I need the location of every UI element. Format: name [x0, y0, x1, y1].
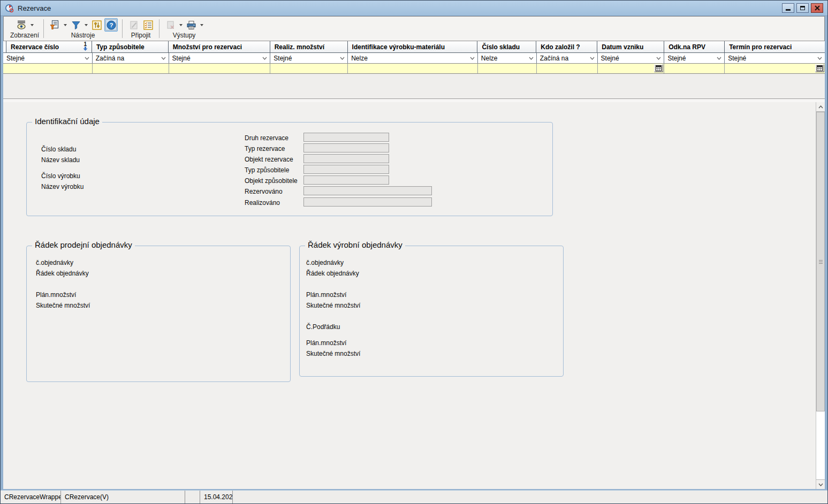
chevron-down-icon[interactable] [200, 24, 203, 26]
filter-operator-value: Začíná na [540, 55, 568, 62]
filter-operator-dropdown[interactable]: Nelze [348, 53, 478, 63]
groupbox-identifikacni-udaje: Identifikační údaje Číslo skladu Název s… [26, 122, 553, 216]
label-c-objednavky: č.objednávky [306, 259, 344, 266]
filter-value-input-date[interactable] [725, 64, 825, 73]
toolbar-group-label: Připojit [131, 32, 151, 39]
chevron-down-icon [85, 57, 89, 60]
filter-value-input[interactable] [3, 64, 93, 73]
chevron-down-icon[interactable] [64, 24, 67, 26]
filter-operator-value: Nelze [351, 55, 368, 62]
vertical-scrollbar[interactable] [816, 102, 825, 489]
label-radek-objednavky: Řádek objednávky [36, 270, 89, 277]
filter-value-input[interactable] [93, 64, 169, 73]
column-header-identifikace-vyrobku[interactable]: Identifikace výrobku-materiálu [348, 41, 478, 52]
column-header-label: Kdo založil ? [541, 43, 580, 51]
chevron-down-icon [529, 57, 534, 60]
typ-rezervace-field[interactable] [303, 143, 389, 152]
checklist-icon [143, 20, 153, 30]
scroll-down-button[interactable] [816, 479, 825, 489]
chevron-down-icon [590, 57, 595, 60]
chevron-down-icon [262, 57, 267, 60]
scroll-up-button[interactable] [816, 102, 825, 112]
close-button[interactable] [811, 3, 823, 13]
filter-operator-value: Stejné [728, 55, 746, 62]
column-header-odk-na-rpv[interactable]: Odk.na RPV [664, 41, 725, 52]
filter-value-input[interactable] [348, 64, 478, 73]
grid-empty-area [3, 74, 825, 99]
chevron-down-icon[interactable] [85, 24, 88, 26]
filter-value-input[interactable] [270, 64, 348, 73]
maximize-icon [800, 6, 805, 10]
filter-operator-dropdown[interactable]: Stejné [3, 53, 93, 63]
objekt-zpusobitele-field[interactable] [303, 175, 389, 185]
help-icon: ? [107, 20, 116, 30]
filter-operator-value: Stejné [6, 55, 25, 62]
column-header-rezervace-cislo[interactable]: Rezervace číslo 1 [6, 41, 92, 52]
column-header-label: Číslo skladu [482, 43, 520, 51]
groupbox-title: Identifikační údaje [32, 117, 102, 126]
filter-operator-dropdown[interactable]: Stejné [598, 53, 665, 63]
view-button[interactable] [15, 18, 28, 32]
column-header-realiz-mnozstvi[interactable]: Realiz. množství [270, 41, 348, 52]
label-skutecne-mnozstvi: Skutečné množství [36, 302, 90, 309]
filter-button[interactable] [69, 18, 82, 32]
filter-operator-dropdown[interactable]: Začíná na [93, 53, 169, 63]
rezervovano-field[interactable] [303, 186, 432, 195]
filter-value-input-date[interactable] [598, 64, 665, 73]
column-header-cislo-skladu[interactable]: Číslo skladu [477, 41, 536, 52]
chevron-down-icon[interactable] [179, 24, 183, 26]
print-button[interactable] [185, 18, 198, 32]
filter-list-button[interactable] [48, 18, 62, 32]
column-header-kdo-zalozil[interactable]: Kdo založil ? [536, 41, 597, 52]
filter-operator-dropdown[interactable]: Nelze [478, 53, 537, 63]
filter-value-input[interactable] [537, 64, 598, 73]
filter-value-input[interactable] [478, 64, 537, 73]
column-header-datum-vzniku[interactable]: Datum vzniku [597, 41, 664, 52]
attach-note-button[interactable] [127, 18, 140, 32]
calendar-button[interactable] [815, 64, 824, 72]
sort-indicator: 1 [83, 42, 88, 51]
settings-button[interactable] [90, 18, 103, 32]
chevron-down-icon[interactable] [31, 24, 34, 26]
statusbar-wrapper-class: CRezervaceWrapper [1, 491, 61, 503]
filter-operator-dropdown[interactable]: Stejné [664, 53, 725, 63]
groupbox-radek-vyrobni-objednavky: Řádek výrobní objednávky č.objednávky Řá… [299, 246, 564, 377]
column-header-mnozstvi-pro-rezervaci[interactable]: Množství pro rezervaci [169, 41, 270, 52]
calendar-button[interactable] [654, 64, 663, 72]
label-realizovano: Realizováno [245, 199, 280, 207]
filter-value-input[interactable] [664, 64, 725, 73]
toolbar: Zobrazení [3, 16, 825, 41]
scrollbar-thumb[interactable] [816, 112, 825, 411]
filter-value-input[interactable] [169, 64, 271, 73]
help-button[interactable]: ? [104, 18, 118, 32]
sliders-icon [92, 20, 102, 30]
minimize-button[interactable] [782, 3, 794, 13]
filter-operator-dropdown[interactable]: Stejné [725, 53, 825, 63]
realizovano-field[interactable] [303, 197, 432, 207]
export-button[interactable] [164, 18, 177, 32]
toolbar-group-label: Nástroje [71, 32, 95, 39]
filter-operator-dropdown[interactable]: Stejné [169, 53, 271, 63]
export-icon [166, 20, 176, 30]
column-header-label: Typ způsobitele [96, 43, 145, 51]
label-objekt-rezervace: Objekt rezervace [245, 156, 293, 163]
toolbar-separator [159, 19, 159, 38]
filter-operator-value: Stejné [667, 55, 686, 62]
toolbar-separator [122, 19, 123, 38]
filter-list-icon [50, 20, 60, 30]
label-skutecne-mnozstvi: Skutečné množství [306, 302, 360, 309]
filter-operator-dropdown[interactable]: Začíná na [537, 53, 598, 63]
toolbar-group-label: Zobrazení [10, 32, 39, 39]
column-header-typ-zpusobitele[interactable]: Typ způsobitele [92, 41, 169, 52]
checklist-button[interactable] [141, 18, 155, 32]
objekt-rezervace-field[interactable] [303, 154, 389, 163]
label-druh-rezervace: Druh rezervace [245, 134, 288, 142]
typ-zpusobitele-field[interactable] [303, 165, 389, 174]
maximize-button[interactable] [796, 3, 809, 13]
titlebar: Rezervace [1, 1, 827, 16]
druh-rezervace-field[interactable] [303, 133, 389, 142]
column-header-termin-pro-rezervaci[interactable]: Termín pro rezervaci [725, 41, 825, 52]
grid-filter-row: Stejné Začíná na Stejné Stejné Nelze Nel… [3, 53, 825, 64]
label-c-objednavky: č.objednávky [36, 259, 73, 266]
filter-operator-dropdown[interactable]: Stejné [270, 53, 348, 63]
